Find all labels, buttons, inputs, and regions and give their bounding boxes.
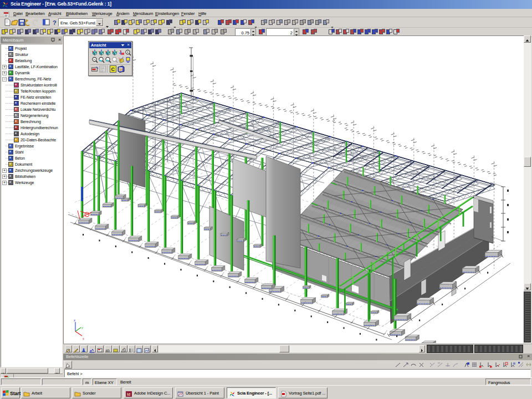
svg-text:?: ? [53,19,57,26]
svg-text:x: x [83,337,84,340]
svg-text:Id: Id [127,392,130,396]
svg-text:12: 12 [100,69,104,73]
svg-text:ab: ab [105,349,110,352]
svg-text:z: z [74,319,75,322]
svg-text:W: W [119,68,123,71]
svg-text:y: y [81,326,83,329]
svg-text:C: C [111,66,115,72]
